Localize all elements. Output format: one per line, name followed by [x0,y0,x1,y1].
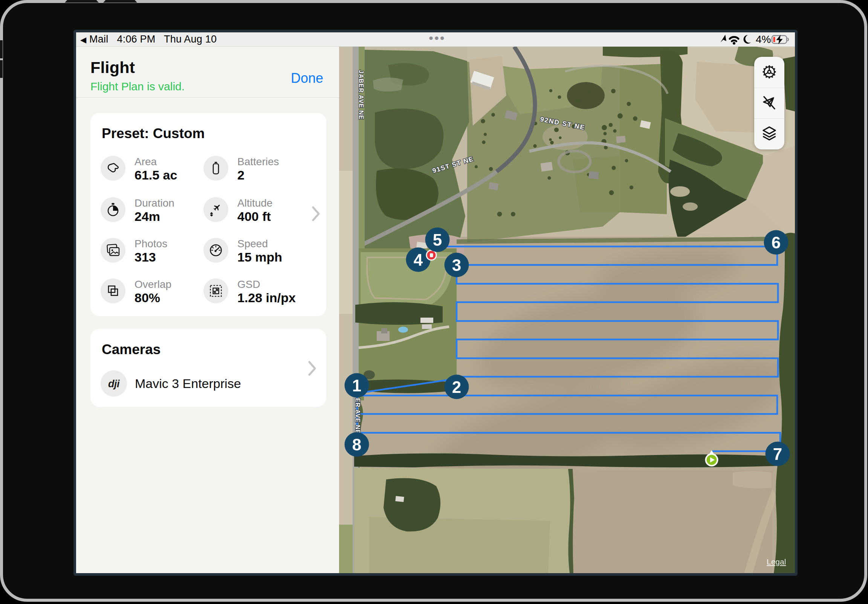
svg-text:1: 1 [352,376,361,395]
svg-text:dji: dji [108,378,120,389]
svg-text:2: 2 [452,378,461,396]
svg-text:6: 6 [772,233,781,252]
svg-text:3: 3 [452,256,461,274]
svg-text:4: 4 [414,251,423,269]
svg-text:7: 7 [773,445,782,463]
svg-text:ER AVE NE: ER AVE NE [355,398,361,434]
svg-text:8: 8 [352,436,361,454]
svg-text:4%: 4% [756,34,771,45]
svg-text:5: 5 [433,231,442,249]
svg-text:JABER AVE NE: JABER AVE NE [358,70,365,120]
